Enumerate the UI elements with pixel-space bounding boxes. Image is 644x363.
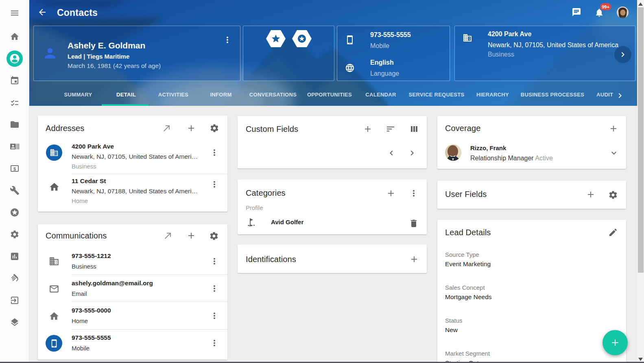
svg-text:$: $ [13, 166, 16, 171]
